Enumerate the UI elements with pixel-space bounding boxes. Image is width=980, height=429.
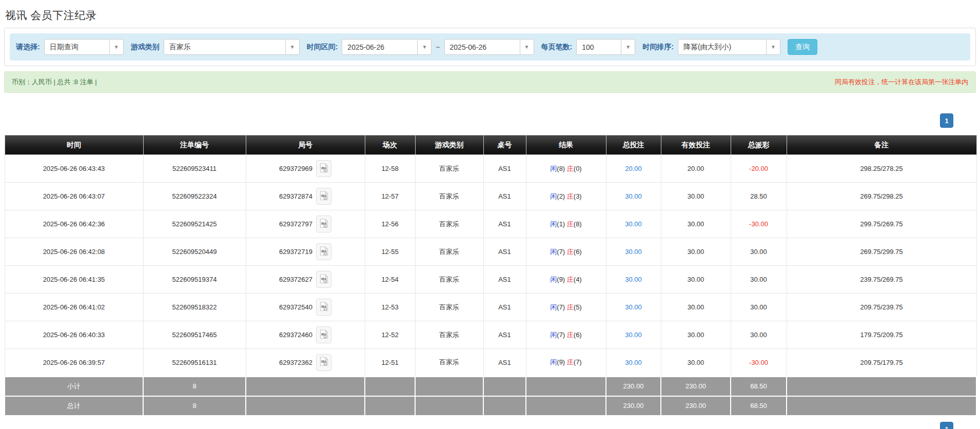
- player-result-value: (1): [557, 220, 565, 228]
- empty-cell: [787, 396, 976, 416]
- player-result-label: 闲: [550, 248, 557, 256]
- result-cell: 闲(7) 庄(6): [526, 321, 606, 349]
- banker-result-label: 庄: [567, 192, 574, 200]
- payout-cell: 30.00: [731, 321, 787, 349]
- time-cell: 2025-06-26 06:41:02: [5, 294, 143, 321]
- betting-records-table: 时间 注单编号 局号 场次 游戏类别 桌号 结果 总投注 有效投注 总派彩 备注…: [4, 135, 977, 416]
- video-replay-button[interactable]: [316, 243, 331, 260]
- video-file-icon: [320, 219, 328, 230]
- banker-result-value: (6): [574, 248, 582, 256]
- chevron-down-icon: ▼: [285, 40, 299, 54]
- sort-order-value: 降冪(由大到小): [678, 40, 766, 54]
- total-bet-cell: 30.00: [606, 321, 661, 349]
- round-id: 629372719: [279, 248, 312, 256]
- session-cell: 12-53: [365, 294, 415, 321]
- valid-bet-cell: 30.00: [661, 266, 731, 294]
- valid-bet-cell: 30.00: [661, 183, 731, 210]
- header-time: 时间: [5, 135, 143, 155]
- page-size-label: 每页笔数:: [541, 43, 573, 52]
- header-result: 结果: [526, 135, 606, 155]
- sort-order-select[interactable]: 降冪(由大到小) ▼: [678, 39, 780, 55]
- game-type-select[interactable]: 百家乐 ▼: [164, 39, 300, 55]
- result-cell: 闲(9) 庄(4): [526, 266, 606, 294]
- player-result-value: (2): [557, 192, 565, 200]
- bet-id-cell: 522609519374: [143, 266, 246, 294]
- remark-cell: 299.75/269.75: [787, 210, 976, 238]
- banker-result-value: (3): [574, 192, 582, 200]
- table-row: 2025-06-26 06:41:02 522609518322 6293725…: [5, 294, 976, 321]
- query-type-select[interactable]: 日期查询 ▼: [44, 39, 124, 55]
- time-cell: 2025-06-26 06:39:57: [5, 349, 143, 377]
- total-bet-link[interactable]: 20.00: [625, 165, 642, 172]
- total-bet-cell: 30.00: [606, 183, 661, 210]
- video-replay-button[interactable]: [316, 354, 331, 371]
- table-header: 时间 注单编号 局号 场次 游戏类别 桌号 结果 总投注 有效投注 总派彩 备注: [5, 135, 976, 155]
- video-replay-button[interactable]: [316, 326, 331, 343]
- result-cell: 闲(7) 庄(5): [526, 294, 606, 321]
- summary-bar: 币别：人民币 | 总共 :8 注单 | 同局有效投注，统一计算在该局第一张注单内: [4, 71, 976, 93]
- banker-result-label: 庄: [567, 220, 574, 228]
- grand-total-valid-bet: 230.00: [661, 396, 731, 416]
- table-totals: 小计 8 230.00 230.00 68.50 总计 8 230.00 230…: [5, 377, 976, 416]
- video-replay-button[interactable]: [316, 188, 331, 205]
- banker-result-label: 庄: [567, 165, 574, 172]
- table-no-cell: AS1: [483, 266, 526, 294]
- grand-total-payout: 68.50: [731, 396, 787, 416]
- player-result-label: 闲: [550, 303, 557, 311]
- payout-cell: 30.00: [731, 294, 787, 321]
- date-separator: ~: [436, 43, 440, 51]
- banker-result-value: (8): [574, 220, 582, 228]
- total-bet-cell: 30.00: [606, 210, 661, 238]
- game-type-label: 游戏类别: [131, 43, 160, 52]
- player-result-value: (7): [557, 248, 565, 256]
- total-bet-link[interactable]: 30.00: [625, 331, 642, 339]
- session-cell: 12-58: [365, 155, 415, 183]
- player-result-label: 闲: [550, 331, 557, 339]
- valid-bet-notice-text: 同局有效投注，统一计算在该局第一张注单内: [835, 77, 968, 87]
- total-bet-link[interactable]: 30.00: [625, 303, 642, 311]
- remark-cell: 209.75/239.75: [787, 294, 976, 321]
- table-no-cell: AS1: [483, 238, 526, 266]
- video-replay-button[interactable]: [316, 160, 331, 177]
- video-file-icon: [320, 329, 328, 341]
- total-bet-link[interactable]: 30.00: [625, 248, 642, 256]
- game-type-value: 百家乐: [164, 40, 285, 54]
- date-from-select[interactable]: 2025-06-26 ▼: [342, 39, 432, 55]
- valid-bet-cell: 30.00: [661, 321, 731, 349]
- round-cell: 629372627: [246, 266, 365, 294]
- total-bet-link[interactable]: 30.00: [625, 359, 642, 366]
- header-table-no: 桌号: [483, 135, 526, 155]
- empty-cell: [246, 396, 365, 416]
- date-to-select[interactable]: 2025-06-26 ▼: [444, 39, 534, 55]
- payout-value: 30.00: [750, 276, 767, 283]
- total-bet-link[interactable]: 30.00: [625, 276, 642, 283]
- bet-id-cell: 522609516131: [143, 349, 246, 377]
- video-replay-button[interactable]: [316, 299, 331, 316]
- total-bet-link[interactable]: 30.00: [625, 220, 642, 228]
- payout-value: 30.00: [750, 248, 767, 256]
- round-id: 629372969: [279, 165, 312, 172]
- video-replay-button[interactable]: [316, 271, 331, 288]
- pagination-top: 1: [0, 113, 980, 128]
- bet-id-cell: 522609517465: [143, 321, 246, 349]
- page-1-button[interactable]: 1: [940, 113, 953, 128]
- grand-total-count: 8: [143, 396, 246, 416]
- result-cell: 闲(8) 庄(0): [526, 155, 606, 183]
- banker-result-label: 庄: [567, 358, 574, 366]
- table-row: 2025-06-26 06:42:36 522609521425 6293727…: [5, 210, 976, 238]
- player-result-value: (9): [557, 358, 565, 366]
- subtotal-valid-bet: 230.00: [661, 377, 731, 396]
- video-file-icon: [320, 191, 328, 202]
- filter-panel: 请选择: 日期查询 ▼ 游戏类别 百家乐 ▼ 时间区间: 2025-06-26 …: [4, 28, 976, 66]
- round-id: 629372460: [279, 331, 312, 339]
- video-file-icon: [320, 274, 328, 285]
- search-button[interactable]: 查询: [788, 39, 817, 55]
- video-replay-button[interactable]: [316, 216, 331, 232]
- subtotal-row: 小计 8 230.00 230.00 68.50: [5, 377, 976, 396]
- table-no-cell: AS1: [483, 349, 526, 377]
- total-bet-link[interactable]: 30.00: [625, 192, 642, 200]
- page-1-button[interactable]: 1: [940, 422, 953, 429]
- payout-cell: 30.00: [731, 238, 787, 266]
- empty-cell: [483, 396, 526, 416]
- page-size-select[interactable]: 100 ▼: [576, 39, 635, 55]
